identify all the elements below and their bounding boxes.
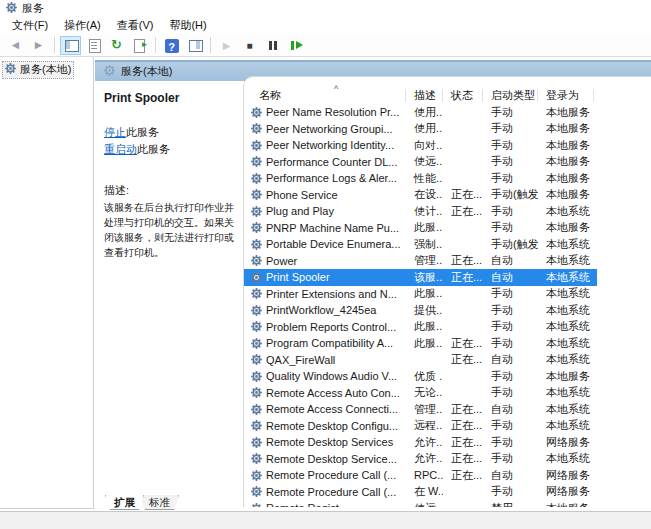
service-name-cell: Remote Desktop Services [244, 436, 406, 449]
service-description-cell: RPC... [406, 469, 443, 481]
table-row[interactable]: Problem Reports Control...此服...手动本地系统 [244, 319, 597, 336]
service-name-cell: PNRP Machine Name Pu... [244, 221, 406, 234]
service-name-cell: Remote Procedure Call (... [244, 469, 406, 482]
table-row[interactable]: Remote Access Auto Con...无论...手动本地系统 [244, 385, 597, 402]
table-row[interactable]: Program Compatibility A...此服...正在...手动本地… [244, 335, 597, 352]
service-name-cell: Printer Extensions and N... [244, 287, 406, 300]
selected-service-name: Print Spooler [104, 91, 235, 105]
table-row[interactable]: Portable Device Enumera...强制...手动(触发...本… [244, 236, 597, 253]
services-gear-icon [4, 62, 17, 77]
table-row[interactable]: Quality Windows Audio V...优质 ...手动本地服务 [244, 368, 597, 385]
export-list-button[interactable] [129, 36, 150, 55]
table-row[interactable]: Peer Name Resolution Pr...使用...手动本地服务 [244, 104, 597, 121]
service-logon-as-cell: 本地服务 [538, 105, 594, 120]
service-description-cell: 此服... [406, 286, 443, 301]
table-row[interactable]: PrintWorkflow_4245ea提供...手动本地系统 [244, 302, 597, 319]
service-description-cell: 强制... [406, 237, 443, 252]
view-tabs: 扩展 标准 [105, 495, 175, 511]
console-tree-panel: 服务(本地) [0, 57, 94, 509]
service-logon-as-cell: 本地系统 [538, 402, 594, 417]
service-logon-as-cell: 本地服务 [538, 187, 594, 202]
service-status-cell: 正在... [443, 204, 483, 219]
menu-item-help[interactable]: 帮助(H) [161, 17, 214, 35]
service-description-cell: 此服... [406, 220, 443, 235]
table-row[interactable]: Performance Logs & Aler...性能...手动本地服务 [244, 170, 597, 187]
service-description-cell: 允许... [406, 435, 443, 450]
show-action-pane-button[interactable] [184, 36, 205, 55]
table-row[interactable]: Remote Procedure Call (...在 W...手动网络服务 [244, 484, 597, 501]
services-app-icon [5, 1, 18, 16]
table-row[interactable]: QAX_FireWall正在...自动本地系统 [244, 352, 597, 369]
service-logon-as-cell: 本地服务 [538, 369, 594, 384]
services-pane: 服务(本地) Print Spooler 停止此服务 重启动此服务 描述: 该服… [95, 57, 651, 511]
service-logon-as-cell: 本地系统 [538, 303, 594, 318]
stop-service-button[interactable] [239, 36, 260, 55]
table-row[interactable]: Peer Networking Identity...向对...手动本地服务 [244, 137, 597, 154]
table-row[interactable]: Printer Extensions and N...此服...手动本地系统 [244, 286, 597, 303]
properties-button[interactable] [83, 36, 104, 55]
service-status-cell: 正在... [443, 468, 483, 483]
table-row[interactable]: PNRP Machine Name Pu...此服...手动本地服务 [244, 220, 597, 237]
restart-service-button[interactable] [285, 36, 306, 55]
service-status-cell: 正在... [443, 402, 483, 417]
service-name-cell: Print Spooler [244, 271, 406, 284]
service-logon-as-cell: 本地系统 [538, 451, 594, 466]
tab-standard[interactable]: 标准 [140, 495, 179, 510]
forward-button[interactable] [28, 36, 49, 55]
column-header-description[interactable]: 描述 [406, 89, 443, 102]
tree-item-services-local[interactable]: 服务(本地) [2, 61, 74, 79]
table-row[interactable]: Phone Service在设...正在...手动(触发...本地服务 [244, 187, 597, 204]
service-logon-as-cell: 本地系统 [538, 286, 594, 301]
show-console-tree-button[interactable] [60, 36, 81, 55]
service-logon-as-cell: 本地系统 [538, 204, 594, 219]
services-gear-icon [103, 64, 116, 79]
show-console-tree-icon [63, 37, 79, 53]
table-row[interactable]: Remote Desktop Services允许...正在...手动网络服务 [244, 434, 597, 451]
menu-item-action[interactable]: 操作(A) [56, 17, 109, 35]
table-row[interactable]: Plug and Play使计...正在...手动本地系统 [244, 203, 597, 220]
service-startup-type-cell: 手动 [483, 105, 538, 120]
sort-ascending-icon: ^ [334, 83, 338, 96]
service-logon-as-cell: 本地服务 [538, 121, 594, 136]
pause-service-button[interactable] [262, 36, 283, 55]
back-button[interactable] [5, 36, 26, 55]
refresh-button[interactable] [106, 36, 127, 55]
table-row[interactable]: Remote Regist...使远...禁用本地服务 [244, 500, 597, 507]
service-startup-type-cell: 手动 [483, 435, 538, 450]
service-startup-type-cell: 手动 [483, 286, 538, 301]
help-button[interactable] [161, 36, 182, 55]
stop-service-link[interactable]: 停止 [104, 126, 126, 138]
tab-extended[interactable]: 扩展 [105, 495, 144, 510]
column-header-startup-type[interactable]: 启动类型 [483, 89, 538, 102]
menu-item-file[interactable]: 文件(F) [4, 17, 56, 35]
table-row[interactable]: Performance Counter DL...使远...手动本地服务 [244, 154, 597, 171]
service-logon-as-cell: 本地服务 [538, 138, 594, 153]
service-name-cell: Peer Networking Groupi... [244, 122, 406, 135]
service-description-cell: 优质 ... [406, 369, 443, 384]
table-row[interactable]: Peer Networking Groupi...使用...手动本地服务 [244, 121, 597, 138]
service-status-cell: 正在... [443, 336, 483, 351]
service-status-cell: 正在... [443, 352, 483, 367]
start-service-button[interactable] [216, 36, 237, 55]
menu-item-view[interactable]: 查看(V) [109, 17, 162, 35]
service-startup-type-cell: 手动 [483, 385, 538, 400]
restart-service-link[interactable]: 重启动 [104, 143, 137, 155]
window-titlebar: 服务 [0, 0, 651, 17]
service-logon-as-cell: 本地系统 [538, 352, 594, 367]
table-row[interactable]: Remote Procedure Call (...RPC...正在...自动网… [244, 467, 597, 484]
service-status-cell: 正在... [443, 187, 483, 202]
table-row[interactable]: Print Spooler该服...正在...自动本地系统 [244, 269, 597, 286]
service-startup-type-cell: 自动 [483, 270, 538, 285]
table-row[interactable]: Remote Desktop Service...允许...正在...手动本地系… [244, 451, 597, 468]
service-description: 该服务在后台执行打印作业并处理与打印机的交互。如果关闭该服务，则无法进行打印或查… [104, 200, 240, 260]
column-header-name[interactable]: 名称 ^ [244, 89, 406, 102]
status-bar [0, 511, 651, 529]
table-row[interactable]: Remote Access Connecti...管理...正在...自动本地系… [244, 401, 597, 418]
column-header-status[interactable]: 状态 [443, 89, 483, 102]
service-name-cell: Remote Procedure Call (... [244, 485, 406, 498]
table-row[interactable]: Remote Desktop Configu...远程...正在...手动本地系… [244, 418, 597, 435]
table-row[interactable]: Power管理...正在...自动本地系统 [244, 253, 597, 270]
column-header-logon-as[interactable]: 登录为 [538, 89, 594, 102]
service-startup-type-cell: 自动 [483, 468, 538, 483]
export-list-icon [132, 37, 148, 53]
